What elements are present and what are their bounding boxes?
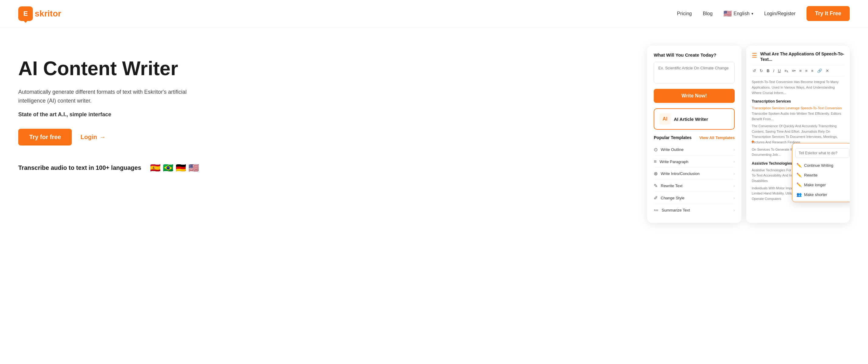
arrow-icon: →	[99, 133, 105, 141]
template-icon-4: ✐	[654, 195, 658, 201]
language-label: English	[734, 11, 749, 17]
template-item[interactable]: ✎ Rewrite Text ›	[654, 180, 735, 192]
dropdown-input[interactable]	[795, 148, 849, 158]
toolbar-clear[interactable]: ✕	[825, 68, 830, 74]
cta-row: Try for free Login →	[18, 129, 635, 146]
header-try-free-button[interactable]: Try It Free	[807, 6, 850, 21]
template-icon-2: ⊗	[654, 171, 658, 177]
template-item[interactable]: ≡ Write Paragraph ›	[654, 156, 735, 168]
template-chevron-3: ›	[734, 184, 735, 188]
template-item[interactable]: ✐ Change Style ›	[654, 192, 735, 204]
templates-title: Popular Templates	[654, 135, 691, 140]
transcribe-text: Transcribe audio to text in 100+ languag…	[18, 164, 141, 171]
template-icon-3: ✎	[654, 183, 658, 189]
template-name-4: Change Style	[661, 196, 684, 200]
editor-title: What Are The Applications Of Speech-To-T…	[760, 51, 844, 62]
nav-login-register[interactable]: Login/Register	[764, 11, 796, 17]
rewrite-label: Rewrite	[804, 173, 817, 177]
right-panels: What Will You Create Today? Write Now! A…	[647, 46, 850, 223]
hero-title: AI Content Writer	[18, 58, 635, 79]
shorter-label: Make shorter	[804, 192, 827, 197]
header: E skritor Pricing Blog 🇺🇸 English ▾ Logi…	[0, 0, 868, 27]
template-chevron-5: ›	[734, 208, 735, 212]
editor-header: ☰ What Are The Applications Of Speech-To…	[752, 51, 844, 62]
template-name-3: Rewrite Text	[661, 184, 682, 188]
template-name-1: Write Paragraph	[659, 159, 688, 164]
nav-blog[interactable]: Blog	[703, 11, 712, 17]
template-icon-0: ⊙	[654, 147, 658, 152]
template-icon-5: ≔	[654, 207, 659, 213]
editor-panel: ☰ What Are The Applications Of Speech-To…	[746, 46, 850, 223]
templates-list: ⊙ Write Outline › ≡ Write Paragraph › ⊗ …	[654, 144, 735, 216]
template-icon-1: ≡	[654, 159, 656, 164]
ai-icon: AI	[659, 113, 671, 125]
template-item[interactable]: ≔ Summarize Text ›	[654, 204, 735, 216]
template-chevron-0: ›	[734, 148, 735, 152]
toolbar-ul[interactable]: ≡•	[791, 68, 797, 74]
toolbar-align-center[interactable]: ≡	[804, 68, 809, 74]
topic-input[interactable]	[654, 62, 735, 83]
write-now-button[interactable]: Write Now!	[654, 89, 735, 103]
hero-section: AI Content Writer Automatically generate…	[18, 46, 635, 176]
login-text: Login	[80, 133, 97, 141]
view-all-templates[interactable]: View All Templates	[700, 135, 735, 140]
star-decoration: ✦	[750, 139, 755, 145]
continue-label: Continue Writing	[804, 163, 833, 168]
rewrite-icon: ✏️	[797, 173, 802, 177]
toolbar-underline[interactable]: U	[777, 68, 781, 74]
continue-icon: ✏️	[797, 163, 802, 168]
hero-try-free-button[interactable]: Try for free	[18, 129, 72, 146]
template-chevron-2: ›	[734, 172, 735, 176]
template-chevron-1: ›	[734, 159, 735, 164]
shorter-icon: 👥	[797, 192, 802, 197]
logo[interactable]: E skritor	[18, 6, 61, 21]
hero-subtitle2: State of the art A.I., simple interface	[18, 112, 635, 118]
editor-intro-text: Speech-To-Text Conversion Has Become Int…	[752, 80, 844, 96]
transcribe-row: Transcribe audio to text in 100+ languag…	[18, 160, 635, 176]
toolbar-align-right[interactable]: ≡	[810, 68, 814, 74]
toolbar-undo[interactable]: ↺	[752, 68, 757, 74]
toolbar-align-left[interactable]: ≡	[798, 68, 803, 74]
template-name-2: Write Intro/Conclusion	[661, 171, 700, 176]
dropdown-make-shorter[interactable]: 👥 Make shorter	[792, 190, 850, 199]
us-flag: 🇺🇸	[723, 10, 732, 18]
main-content: AI Content Writer Automatically generate…	[0, 27, 868, 240]
toolbar-ol[interactable]: ≡₁	[783, 68, 789, 74]
editor-toolbar: ↺ ↻ B I U ≡₁ ≡• ≡ ≡ ≡ 🔗 ✕	[752, 65, 844, 77]
editor-text2: The Convenience Of Quickly And Accuratel…	[752, 124, 844, 145]
longer-icon: ✏️	[797, 182, 802, 187]
editor-section1-title: Transcription Services	[752, 99, 844, 104]
language-selector[interactable]: 🇺🇸 English ▾	[723, 10, 753, 18]
dropdown-rewrite[interactable]: ✏️ Rewrite	[792, 170, 850, 180]
ai-dropdown-popup: ✏️ Continue Writing ✏️ Rewrite ✏️ Make l…	[792, 143, 850, 202]
toolbar-italic[interactable]: I	[772, 68, 775, 74]
toolbar-link[interactable]: 🔗	[816, 68, 823, 74]
dropdown-continue-writing[interactable]: ✏️ Continue Writing	[792, 160, 850, 170]
hero-login-link[interactable]: Login →	[80, 133, 105, 141]
flag-stack: 🇪🇸 🇧🇷 🇩🇪 🇺🇸	[147, 160, 202, 176]
template-name-5: Summarize Text	[662, 208, 690, 212]
template-name-0: Write Outline	[661, 147, 684, 152]
writer-panel: What Will You Create Today? Write Now! A…	[647, 46, 741, 223]
editor-text1: Transcription Services Leverage Speech-T…	[752, 105, 844, 122]
chevron-down-icon: ▾	[751, 11, 753, 16]
flag-usa: 🇺🇸	[186, 160, 202, 176]
ai-article-label: AI Article Writer	[674, 117, 708, 122]
toolbar-redo[interactable]: ↻	[759, 68, 764, 74]
dropdown-make-longer[interactable]: ✏️ Make longer	[792, 180, 850, 190]
hamburger-icon[interactable]: ☰	[752, 52, 757, 59]
main-nav: Pricing Blog 🇺🇸 English ▾ Login/Register…	[677, 6, 850, 21]
logo-icon: E	[18, 6, 33, 21]
nav-pricing[interactable]: Pricing	[677, 11, 692, 17]
toolbar-bold[interactable]: B	[766, 68, 770, 74]
template-chevron-4: ›	[734, 196, 735, 200]
hero-subtitle: Automatically generate different formats…	[18, 88, 195, 105]
ai-article-card[interactable]: AI AI Article Writer	[654, 108, 735, 130]
logo-text: skritor	[35, 9, 61, 19]
template-item[interactable]: ⊙ Write Outline ›	[654, 144, 735, 156]
writer-panel-title: What Will You Create Today?	[654, 52, 735, 58]
template-item[interactable]: ⊗ Write Intro/Conclusion ›	[654, 168, 735, 180]
templates-header: Popular Templates View All Templates	[654, 135, 735, 140]
longer-label: Make longer	[804, 183, 826, 187]
